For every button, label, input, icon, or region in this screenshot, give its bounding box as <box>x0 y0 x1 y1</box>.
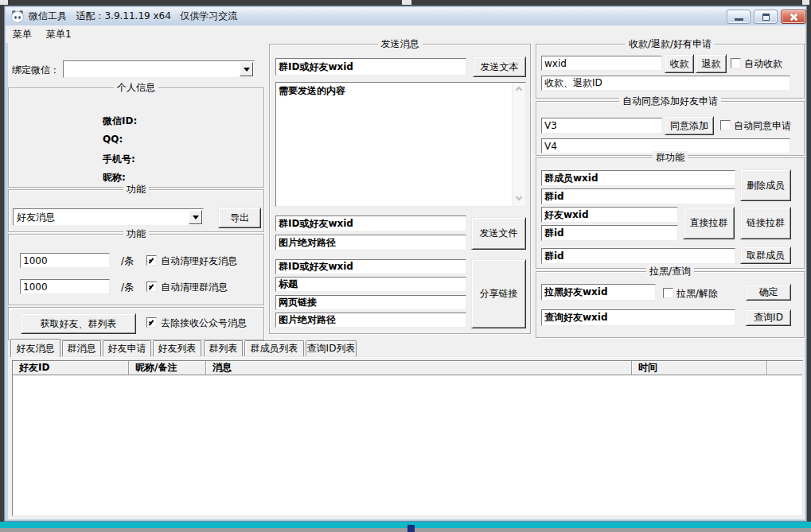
desktop-fragment <box>0 0 8 5</box>
remove-official-msg-checkbox[interactable] <box>146 317 157 328</box>
group-function-group: 群功能 删除成员 直接拉群 链接拉群 取群成员 <box>536 157 805 269</box>
auto-agree-title: 自动同意添加好友申请 <box>619 95 721 108</box>
tab-group-messages[interactable]: 群消息 <box>62 340 101 356</box>
combobox-dropdown-button[interactable] <box>189 210 202 224</box>
receive-payment-button[interactable]: 收款 <box>665 54 694 73</box>
auto-agree-checkbox[interactable] <box>720 120 731 130</box>
minimize-button[interactable] <box>727 10 751 24</box>
blacklist-toggle-checkbox[interactable] <box>663 288 673 298</box>
query-id-button[interactable]: 查询ID <box>746 309 791 326</box>
phone-label: 手机号: <box>103 153 135 166</box>
taskbar-icon[interactable] <box>407 525 415 532</box>
menu-item-1[interactable]: 菜单 <box>6 26 39 43</box>
friend-wxid-input[interactable] <box>541 207 678 223</box>
tab-query-id-list[interactable]: 查询ID列表 <box>306 340 357 356</box>
export-button[interactable]: 导出 <box>218 208 261 228</box>
auto-receive-checkbox[interactable] <box>731 58 741 68</box>
share-link-target-input[interactable] <box>275 259 466 274</box>
link-invite-button[interactable]: 链接拉群 <box>740 207 791 239</box>
auto-clean-group-label: 自动清理群消息 <box>161 281 228 294</box>
blacklist-toggle-label: 拉黑/解除 <box>676 287 718 301</box>
send-message-title: 发送消息 <box>378 37 423 51</box>
blacklist-confirm-button[interactable]: 确定 <box>746 284 791 301</box>
textarea-scrollbar[interactable] <box>512 83 525 206</box>
send-message-group: 发送消息 发送文本 需要发送的内容 发送文件 分享链接 <box>269 44 531 334</box>
column-header-time[interactable]: 时间 <box>632 361 767 375</box>
message-type-value: 好友消息 <box>17 211 187 224</box>
send-file-button[interactable]: 发送文件 <box>471 217 526 250</box>
share-link-url-input[interactable] <box>275 295 466 310</box>
group-function-title: 群功能 <box>653 151 688 165</box>
auto-clean-group-checkbox[interactable] <box>146 282 157 292</box>
fetch-friend-group-list-button[interactable]: 获取好友、群列表 <box>21 313 136 334</box>
query-wxid-input[interactable] <box>541 309 735 326</box>
maximize-button[interactable] <box>754 10 778 24</box>
share-link-image-input[interactable] <box>275 313 466 328</box>
group-member-wxid-input[interactable] <box>541 170 735 186</box>
send-text-button[interactable]: 发送文本 <box>473 56 526 77</box>
qq-label: QQ: <box>103 134 123 145</box>
tab-group-member-list[interactable]: 群成员列表 <box>244 340 304 356</box>
close-icon <box>790 13 798 21</box>
fetch-list-group: 获取好友、群列表 去除接收公众号消息 <box>8 307 264 340</box>
fetch-group-members-button[interactable]: 取群成员 <box>740 247 791 264</box>
tab-page-edge <box>8 356 805 358</box>
desktop-teal-strip <box>0 522 811 528</box>
message-content-textarea[interactable]: 需要发送的内容 <box>276 83 512 206</box>
group-id-input-3[interactable] <box>541 248 735 264</box>
agree-add-button[interactable]: 同意添加 <box>665 116 714 135</box>
tab-friend-requests[interactable]: 好友申请 <box>103 340 151 356</box>
column-header-message[interactable]: 消息 <box>206 361 632 375</box>
close-button[interactable] <box>781 10 806 24</box>
refund-button[interactable]: 退款 <box>696 54 727 73</box>
message-type-combobox[interactable]: 好友消息 <box>13 208 204 226</box>
remove-official-msg-label: 去除接收公众号消息 <box>161 316 247 330</box>
tab-group-list[interactable]: 群列表 <box>204 340 243 356</box>
tab-friend-messages[interactable]: 好友消息 <box>10 339 60 357</box>
bind-wechat-combobox[interactable] <box>63 60 255 78</box>
chevron-down-icon <box>193 216 199 223</box>
auto-agree-label: 自动同意申请 <box>734 119 791 133</box>
maximize-icon <box>762 14 770 21</box>
auto-agree-group: 自动同意添加好友申请 同意添加 自动同意申请 <box>536 101 805 156</box>
auto-clean-friend-checkbox[interactable] <box>146 255 157 266</box>
window-title: 微信工具 适配：3.9.11.19 x64 仅供学习交流 <box>29 10 237 23</box>
payment-id-input[interactable] <box>541 76 790 91</box>
list-body[interactable] <box>13 375 802 515</box>
share-link-title-input[interactable] <box>275 277 466 292</box>
client-area: 绑定微信： 个人信息 微信ID: QQ: 手机号: 昵称: 功能 好友消息 导出… <box>8 43 805 519</box>
minimize-icon <box>735 18 743 21</box>
unit-label: /条 <box>121 281 134 294</box>
group-msg-limit-input[interactable] <box>20 279 110 294</box>
combobox-dropdown-button[interactable] <box>240 62 253 76</box>
send-text-target-input[interactable] <box>275 58 466 76</box>
delete-member-button[interactable]: 删除成员 <box>740 169 791 201</box>
share-link-button[interactable]: 分享链接 <box>471 259 526 328</box>
payment-wxid-input[interactable] <box>541 56 662 71</box>
group-id-input-1[interactable] <box>541 188 735 204</box>
payment-group: 收款/退款/好有申请 收款 退款 自动收款 <box>536 44 805 99</box>
auto-clean-friend-label: 自动清理好友消息 <box>161 254 237 268</box>
desktop-fragment <box>402 0 411 5</box>
column-header-nickname[interactable]: 昵称/备注 <box>129 361 206 375</box>
personal-info-title: 个人信息 <box>114 81 158 95</box>
send-file-target-input[interactable] <box>275 216 466 231</box>
menu-item-2[interactable]: 菜单1 <box>39 26 79 43</box>
v3-input[interactable] <box>541 118 662 134</box>
taskbar-strip <box>0 528 811 532</box>
tab-friend-list[interactable]: 好友列表 <box>153 340 201 356</box>
scroll-up-icon[interactable] <box>516 86 522 92</box>
direct-invite-button[interactable]: 直接拉群 <box>683 207 735 239</box>
blacklist-wxid-input[interactable] <box>541 284 656 301</box>
friend-msg-limit-input[interactable] <box>20 253 110 268</box>
scroll-down-icon[interactable] <box>516 196 522 203</box>
column-header-friend-id[interactable]: 好友ID <box>13 361 129 375</box>
auto-clean-group-title: 功能 <box>123 227 149 241</box>
personal-info-group: 个人信息 微信ID: QQ: 手机号: 昵称: <box>8 87 264 188</box>
send-file-path-input[interactable] <box>275 235 466 250</box>
group-id-input-2[interactable] <box>541 225 678 241</box>
titlebar: 微信工具 适配：3.9.11.19 x64 仅供学习交流 <box>6 7 805 25</box>
list-header: 好友ID 昵称/备注 消息 时间 <box>13 361 802 375</box>
app-window: 微信工具 适配：3.9.11.19 x64 仅供学习交流 菜单 菜单1 绑定微信… <box>4 6 807 522</box>
auto-clean-group: 功能 /条 自动清理好友消息 /条 自动清理群消息 <box>8 234 264 305</box>
